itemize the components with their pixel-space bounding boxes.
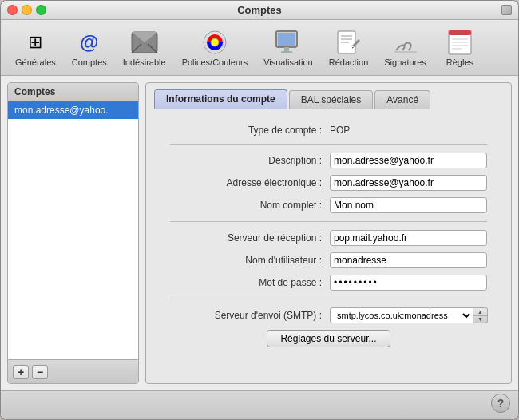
- smtp-label: Serveur d'envoi (SMTP) :: [170, 310, 330, 321]
- smtp-stepper[interactable]: ▲ ▼: [473, 307, 488, 323]
- signatures-label: Signatures: [384, 57, 426, 67]
- toolbar-item-comptes[interactable]: @ Comptes: [65, 25, 113, 70]
- tab-bal-label: BAL spéciales: [301, 94, 362, 105]
- smtp-select[interactable]: smtp.lycos.co.uk:monadress: [330, 307, 473, 323]
- window-title: Comptes: [237, 4, 282, 16]
- help-button[interactable]: ?: [491, 394, 510, 413]
- sidebar: Comptes mon.adresse@yahoo. + −: [7, 82, 139, 384]
- serveur-row: Serveur de réception :: [170, 230, 487, 246]
- tab-info-label: Informations du compte: [166, 93, 275, 105]
- type-label: Type de compte :: [170, 125, 330, 136]
- tab-content: Type de compte : POP Description : Adres…: [146, 109, 511, 383]
- serveur-label: Serveur de réception :: [170, 232, 330, 244]
- password-row: Mot de passe :: [170, 275, 487, 291]
- password-label: Mot de passe :: [170, 277, 330, 288]
- type-row: Type de compte : POP: [170, 125, 487, 136]
- polices-icon: [199, 28, 231, 57]
- window-footer: ?: [1, 390, 518, 419]
- tab-avance-label: Avancé: [386, 94, 418, 105]
- username-row: Nom d'utilisateur :: [170, 252, 487, 268]
- toolbar-item-generales[interactable]: ⊞ Générales: [9, 25, 62, 70]
- svg-rect-9: [281, 51, 292, 53]
- stepper-up-icon: ▲: [473, 308, 487, 316]
- email-row: Adresse électronique :: [170, 175, 487, 191]
- smtp-row: Serveur d'envoi (SMTP) : smtp.lycos.co.u…: [170, 307, 487, 323]
- tab-info[interactable]: Informations du compte: [154, 89, 287, 109]
- divider-1: [170, 144, 487, 145]
- toolbar-item-redaction[interactable]: Rédaction: [323, 25, 375, 70]
- comptes-label: Comptes: [72, 57, 107, 67]
- main-panel: Informations du compte BAL spéciales Ava…: [145, 82, 512, 384]
- visualisation-icon: [272, 28, 304, 57]
- sidebar-footer: + −: [8, 359, 138, 383]
- svg-rect-8: [284, 47, 289, 51]
- polices-label: Polices/Couleurs: [182, 57, 248, 67]
- password-input[interactable]: [330, 275, 487, 291]
- add-account-button[interactable]: +: [13, 365, 29, 379]
- stepper-down-icon: ▼: [473, 316, 487, 323]
- svg-rect-10: [278, 33, 295, 46]
- redaction-icon: [333, 28, 365, 57]
- toolbar-item-signatures[interactable]: Signatures: [378, 25, 433, 70]
- nom-label: Nom complet :: [170, 200, 330, 211]
- main-window: Comptes ⊞ Générales @ Comptes Indésirabl…: [0, 0, 519, 420]
- tabs: Informations du compte BAL spéciales Ava…: [146, 83, 511, 109]
- sidebar-header: Comptes: [8, 83, 138, 101]
- generales-icon: ⊞: [19, 28, 51, 57]
- description-label: Description :: [170, 155, 330, 166]
- regles-icon: [444, 28, 476, 57]
- username-input[interactable]: [330, 252, 487, 268]
- server-settings-button[interactable]: Réglages du serveur...: [267, 330, 390, 347]
- resize-handle[interactable]: [501, 5, 512, 15]
- toolbar: ⊞ Générales @ Comptes Indésirable: [1, 20, 518, 76]
- sidebar-item-account[interactable]: mon.adresse@yahoo.: [8, 101, 138, 119]
- sidebar-list: mon.adresse@yahoo.: [8, 101, 138, 359]
- indesirable-label: Indésirable: [123, 57, 166, 67]
- divider-2: [170, 221, 487, 222]
- toolbar-item-visualisation[interactable]: Visualisation: [257, 25, 319, 70]
- minimize-button[interactable]: [22, 5, 32, 15]
- email-input[interactable]: [330, 175, 487, 191]
- nom-input[interactable]: [330, 197, 487, 213]
- toolbar-item-polices[interactable]: Polices/Couleurs: [176, 25, 255, 70]
- maximize-button[interactable]: [36, 5, 46, 15]
- content-area: Comptes mon.adresse@yahoo. + − Informati…: [1, 76, 518, 390]
- titlebar: Comptes: [1, 1, 518, 20]
- visualisation-label: Visualisation: [263, 57, 313, 67]
- tab-bal[interactable]: BAL spéciales: [289, 90, 374, 109]
- smtp-select-container: smtp.lycos.co.uk:monadress ▲ ▼: [330, 307, 488, 323]
- comptes-icon: @: [73, 28, 105, 57]
- svg-point-5: [211, 38, 219, 46]
- traffic-lights: [7, 5, 46, 15]
- type-value: POP: [330, 125, 350, 136]
- nom-row: Nom complet :: [170, 197, 487, 213]
- divider-3: [170, 299, 487, 299]
- close-button[interactable]: [7, 5, 18, 15]
- sidebar-item-label: mon.adresse@yahoo.: [14, 105, 109, 116]
- indesirable-icon: [129, 28, 160, 57]
- signatures-icon: [390, 28, 422, 57]
- regles-label: Règles: [446, 57, 473, 67]
- description-input[interactable]: [330, 153, 487, 168]
- tab-avance[interactable]: Avancé: [374, 90, 430, 109]
- email-label: Adresse électronique :: [170, 177, 330, 188]
- remove-account-button[interactable]: −: [32, 365, 48, 379]
- description-row: Description :: [170, 153, 487, 168]
- toolbar-item-indesirable[interactable]: Indésirable: [117, 25, 172, 70]
- toolbar-item-regles[interactable]: Règles: [436, 25, 484, 70]
- serveur-input[interactable]: [330, 230, 487, 246]
- redaction-label: Rédaction: [329, 57, 369, 67]
- server-btn-row: Réglages du serveur...: [170, 330, 487, 347]
- svg-rect-17: [449, 30, 471, 35]
- generales-label: Générales: [15, 57, 56, 67]
- username-label: Nom d'utilisateur :: [170, 255, 330, 266]
